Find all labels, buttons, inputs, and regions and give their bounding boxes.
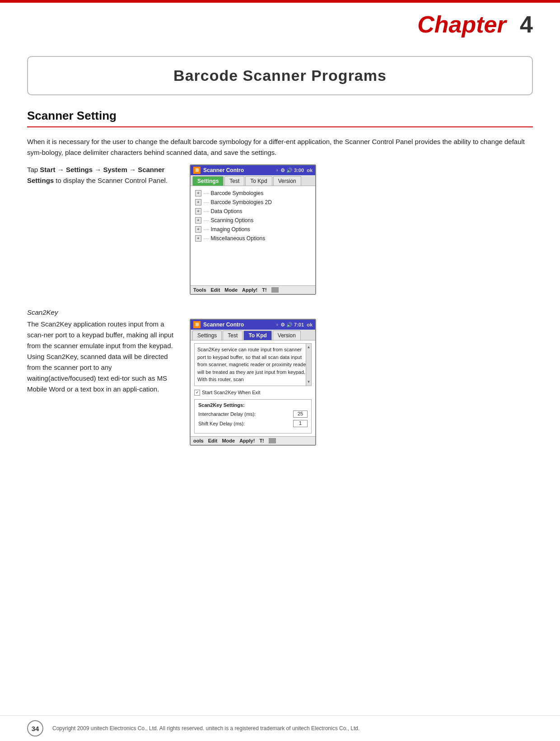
settings-group-title: Scan2Key Settings: [198, 402, 308, 408]
tree-item-6: + ······· Miscellaneous Options [194, 234, 312, 243]
settings-group: Scan2Key Settings: Intercharacter Delay … [194, 399, 312, 433]
checkbox-label: Start Scan2Key When Exit [202, 390, 261, 395]
tree-item-2: + ······· Barcode Symbologies 2D [194, 198, 312, 207]
title-box: Barcode Scanner Programs [27, 56, 533, 95]
tree-label-6: Miscellaneous Options [210, 235, 265, 242]
dots-6: ······· [203, 236, 209, 241]
left-column: Tap Start → Settings → System → Scanner … [27, 164, 181, 186]
titlebar-icons-1: ♀ ⚙ 🔊 3:00 ok [275, 168, 313, 173]
tree-label-4: Scanning Options [210, 217, 253, 224]
scanner-panel-1: ⊞ Scanner Contro ♀ ⚙ 🔊 3:00 ok Settings … [190, 164, 316, 295]
content-area: When it is necessary for the user to cha… [27, 136, 533, 446]
section-title: Scanner Setting [27, 109, 533, 127]
footer-t-2[interactable]: T! [259, 438, 264, 443]
tab-version-2[interactable]: Version [273, 331, 301, 340]
expand-icon-2[interactable]: + [195, 199, 201, 205]
titlebar-icons-2: ♀ ⚙ 🔊 7:01 ok [275, 322, 313, 328]
dots-5: ······· [203, 227, 209, 232]
right-column: ⊞ Scanner Contro ♀ ⚙ 🔊 3:00 ok Settings … [190, 164, 533, 295]
tab-version-1[interactable]: Version [273, 176, 301, 186]
scan2key-section: Scan2Key The Scan2Key application routes… [27, 308, 533, 446]
interchar-label: Intercharacter Delay (ms): [198, 411, 256, 417]
scanner-body-1: + ······· Barcode Symbologies + ······· … [191, 186, 315, 285]
tree-label-1: Barcode Symbologies [210, 190, 263, 196]
scan2key-right: ⊞ Scanner Contro ♀ ⚙ 🔊 7:01 ok Settings … [190, 319, 533, 446]
expand-icon-5[interactable]: + [195, 226, 201, 233]
page-title: Barcode Scanner Programs [42, 67, 518, 84]
footer-apply-2[interactable]: Apply! [239, 438, 255, 443]
checkbox-start-scan2key[interactable]: ✓ [194, 390, 200, 396]
shift-input[interactable]: 1 [293, 420, 308, 427]
footer-edit-1[interactable]: Edit [211, 287, 220, 293]
scan2key-two-col: The Scan2Key application routes input fr… [27, 319, 533, 446]
tree-item-3: + ······· Data Options [194, 207, 312, 216]
scanner-footer-1: Tools Edit Mode Apply! T! [191, 285, 315, 294]
expand-icon-3[interactable]: + [195, 208, 201, 214]
settings-row-interchar: Intercharacter Delay (ms): 25 [198, 410, 308, 418]
scanner-titlebar-2: ⊞ Scanner Contro ♀ ⚙ 🔊 7:01 ok [191, 320, 315, 330]
scan2key-desc-box: Scan2Key service can route input from sc… [194, 343, 312, 386]
scanner-title-2: Scanner Contro [203, 322, 275, 328]
chapter-heading: Chapter 4 [0, 3, 560, 42]
scan2key-label: Scan2Key [27, 308, 533, 316]
bold-system: System [103, 166, 127, 173]
windows-logo-icon: ⊞ [193, 167, 201, 174]
checkbox-row: ✓ Start Scan2Key When Exit [194, 390, 312, 396]
footer-mode-1[interactable]: Mode [224, 287, 238, 293]
footer-icon-2 [269, 438, 276, 443]
scanner-footer-2: ools Edit Mode Apply! T! [191, 436, 315, 445]
tree-item-1: + ······· Barcode Symbologies [194, 189, 312, 198]
footer-ools-2[interactable]: ools [193, 438, 204, 443]
bold-start: Start [40, 166, 55, 173]
page-number: 34 [27, 720, 43, 736]
tree-item-4: + ······· Scanning Options [194, 216, 312, 225]
intro-text: When it is necessary for the user to cha… [27, 136, 533, 158]
two-col-layout: Tap Start → Settings → System → Scanner … [27, 164, 533, 295]
footer-apply-1[interactable]: Apply! [242, 287, 257, 293]
footer-icon-1 [271, 287, 279, 293]
scan2key-left: The Scan2Key application routes input fr… [27, 319, 181, 395]
dots-4: ······· [203, 218, 209, 223]
chapter-label: Chapter [417, 11, 506, 37]
tab-test-1[interactable]: Test [224, 176, 244, 186]
footer-edit-2[interactable]: Edit [208, 438, 218, 443]
dots-3: ······· [203, 209, 209, 214]
tap-instruction: Tap Start → Settings → System → Scanner … [27, 164, 181, 186]
tree-item-5: + ······· Imaging Options [194, 225, 312, 234]
scan2key-text: The Scan2Key application routes input fr… [27, 319, 181, 395]
bold-settings: Settings [66, 166, 93, 173]
scan2key-desc-text: Scan2Key service can route input from sc… [197, 347, 308, 382]
tab-settings-1[interactable]: Settings [192, 176, 224, 186]
expand-icon-6[interactable]: + [195, 235, 201, 242]
scanner-tabs-2: Settings Test To Kpd Version [191, 330, 315, 340]
tab-tokpd-1[interactable]: To Kpd [245, 176, 272, 186]
tab-test-2[interactable]: Test [223, 331, 243, 340]
dots-2: ······· [203, 200, 209, 205]
tree-label-5: Imaging Options [210, 226, 250, 233]
chapter-number: 4 [520, 11, 533, 37]
footer-mode-2[interactable]: Mode [222, 438, 235, 443]
scanner-panel-2: ⊞ Scanner Contro ♀ ⚙ 🔊 7:01 ok Settings … [190, 319, 316, 446]
tree-label-3: Data Options [210, 208, 242, 214]
dots-1: ······· [203, 191, 209, 196]
settings-row-shift: Shift Key Delay (ms): 1 [198, 420, 308, 427]
tree-label-2: Barcode Symbologies 2D [210, 199, 271, 205]
scanner-titlebar-1: ⊞ Scanner Contro ♀ ⚙ 🔊 3:00 ok [191, 165, 315, 175]
scanner-title-1: Scanner Contro [203, 167, 275, 173]
scrollbar-icon[interactable]: ▲ ▼ [306, 344, 311, 386]
shift-label: Shift Key Delay (ms): [198, 421, 245, 426]
tab-tokpd-2[interactable]: To Kpd [243, 331, 271, 340]
copyright-text: Copyright 2009 unitech Electronics Co., … [52, 725, 359, 732]
windows-logo-icon-2: ⊞ [193, 321, 201, 328]
expand-icon-1[interactable]: + [195, 190, 201, 196]
interchar-input[interactable]: 25 [293, 410, 308, 418]
footer-t-1[interactable]: T! [262, 287, 266, 293]
footer-tools-1[interactable]: Tools [193, 287, 206, 293]
scanner-tabs-1: Settings Test To Kpd Version [191, 175, 315, 186]
expand-icon-4[interactable]: + [195, 217, 201, 224]
page-footer: 34 Copyright 2009 unitech Electronics Co… [0, 715, 560, 741]
scanner-body-2: Scan2Key service can route input from sc… [191, 340, 315, 436]
tab-settings-2[interactable]: Settings [192, 331, 222, 340]
